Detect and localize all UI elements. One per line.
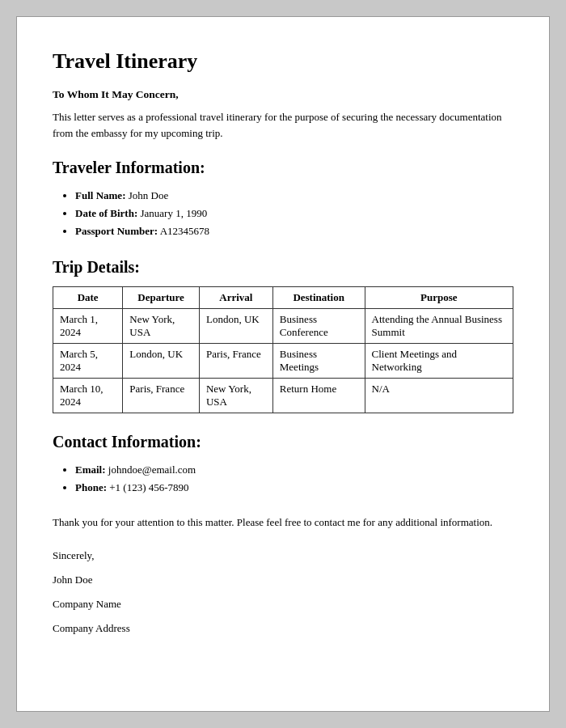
sign-name: John Doe bbox=[53, 569, 513, 590]
traveler-info-list: Full Name: John Doe Date of Birth: Janua… bbox=[53, 187, 513, 240]
traveler-section-heading: Traveler Information: bbox=[53, 159, 513, 177]
traveler-name-value: John Doe bbox=[129, 189, 168, 201]
cell-dest-3: Return Home bbox=[272, 379, 365, 413]
cell-dep-2: London, UK bbox=[123, 344, 200, 379]
col-destination: Destination bbox=[272, 287, 365, 309]
closing-text: Thank you for your attention to this mat… bbox=[53, 514, 513, 531]
cell-purp-2: Client Meetings and Networking bbox=[365, 344, 513, 379]
table-row: March 10, 2024 Paris, France New York, U… bbox=[53, 379, 513, 413]
contact-email-value: johndoe@email.com bbox=[108, 463, 196, 476]
trip-table: Date Departure Arrival Destination Purpo… bbox=[53, 286, 513, 413]
cell-arr-1: London, UK bbox=[199, 309, 272, 344]
cell-date-1: March 1, 2024 bbox=[53, 309, 123, 344]
col-purpose: Purpose bbox=[365, 287, 513, 309]
col-departure: Departure bbox=[123, 287, 200, 309]
cell-dep-1: New York, USA bbox=[123, 309, 200, 344]
traveler-passport-label: Passport Number: bbox=[75, 225, 158, 237]
document: Travel Itinerary To Whom It May Concern,… bbox=[16, 16, 550, 712]
sign-sincerely: Sincerely, bbox=[53, 545, 513, 566]
cell-arr-3: New York, USA bbox=[199, 379, 272, 413]
salutation: To Whom It May Concern, bbox=[53, 88, 513, 101]
cell-date-2: March 5, 2024 bbox=[53, 344, 123, 379]
cell-purp-1: Attending the Annual Business Summit bbox=[365, 309, 513, 344]
sign-company: Company Name bbox=[53, 594, 513, 615]
traveler-name-label: Full Name: bbox=[75, 189, 125, 201]
traveler-passport-value: A12345678 bbox=[160, 225, 209, 237]
list-item: Email: johndoe@email.com bbox=[75, 461, 513, 479]
cell-arr-2: Paris, France bbox=[199, 344, 272, 379]
col-date: Date bbox=[53, 287, 123, 309]
trip-section-heading: Trip Details: bbox=[53, 258, 513, 277]
sign-address: Company Address bbox=[53, 618, 513, 639]
contact-info-list: Email: johndoe@email.com Phone: +1 (123)… bbox=[53, 461, 513, 497]
table-header-row: Date Departure Arrival Destination Purpo… bbox=[53, 287, 513, 309]
traveler-dob-label: Date of Birth: bbox=[75, 207, 137, 219]
list-item: Phone: +1 (123) 456-7890 bbox=[75, 479, 513, 497]
intro-text: This letter serves as a professional tra… bbox=[53, 109, 513, 141]
contact-phone-value: +1 (123) 456-7890 bbox=[109, 481, 188, 493]
cell-dest-1: Business Conference bbox=[272, 309, 365, 344]
cell-date-3: March 10, 2024 bbox=[53, 379, 123, 413]
table-row: March 5, 2024 London, UK Paris, France B… bbox=[53, 344, 513, 379]
cell-dep-3: Paris, France bbox=[123, 379, 200, 413]
contact-phone-label: Phone: bbox=[75, 481, 107, 493]
contact-email-label: Email: bbox=[75, 463, 106, 476]
col-arrival: Arrival bbox=[199, 287, 272, 309]
table-row: March 1, 2024 New York, USA London, UK B… bbox=[53, 309, 513, 344]
traveler-dob-value: January 1, 1990 bbox=[141, 207, 208, 219]
cell-purp-3: N/A bbox=[365, 379, 513, 413]
cell-dest-2: Business Meetings bbox=[272, 344, 365, 379]
list-item: Full Name: John Doe bbox=[75, 187, 513, 205]
list-item: Date of Birth: January 1, 1990 bbox=[75, 205, 513, 222]
document-title: Travel Itinerary bbox=[53, 49, 513, 74]
list-item: Passport Number: A12345678 bbox=[75, 222, 513, 240]
signature-block: Sincerely, John Doe Company Name Company… bbox=[53, 545, 513, 639]
contact-section-heading: Contact Information: bbox=[53, 433, 513, 451]
